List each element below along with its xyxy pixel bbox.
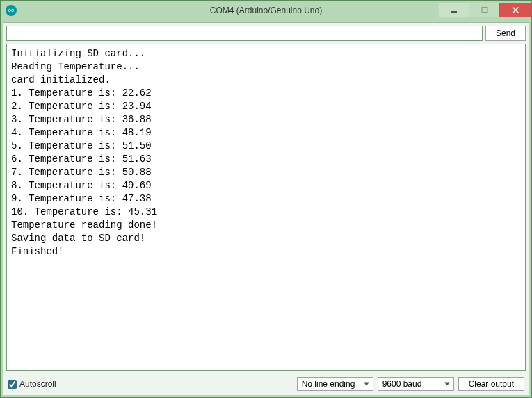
autoscroll-input[interactable]: [8, 380, 17, 389]
baud-select-wrap[interactable]: 9600 baud: [378, 377, 454, 391]
serial-input[interactable]: [6, 26, 483, 41]
client-area: Send Initializing SD card... Reading Tem…: [3, 22, 529, 395]
serial-output[interactable]: Initializing SD card... Reading Temperat…: [6, 44, 526, 371]
clear-output-button[interactable]: Clear output: [458, 377, 524, 391]
maximize-button[interactable]: [469, 3, 499, 17]
svg-rect-2: [482, 8, 487, 13]
minimize-button[interactable]: [438, 3, 469, 17]
send-row: Send: [3, 23, 529, 44]
line-ending-select[interactable]: No line ending: [297, 377, 373, 391]
baud-select[interactable]: 9600 baud: [378, 377, 454, 391]
send-button[interactable]: Send: [485, 26, 526, 41]
close-button[interactable]: [499, 3, 531, 17]
autoscroll-label: Autoscroll: [19, 379, 56, 389]
line-ending-select-wrap[interactable]: No line ending: [297, 377, 373, 391]
serial-monitor-window: COM4 (Arduino/Genuino Uno) Send Initiali…: [0, 0, 532, 398]
titlebar: COM4 (Arduino/Genuino Uno): [1, 1, 531, 20]
autoscroll-checkbox[interactable]: Autoscroll: [8, 379, 56, 389]
footer-row: Autoscroll No line ending 9600 baud Clea…: [3, 374, 529, 395]
arduino-icon: [6, 5, 17, 16]
window-controls: [438, 3, 531, 18]
